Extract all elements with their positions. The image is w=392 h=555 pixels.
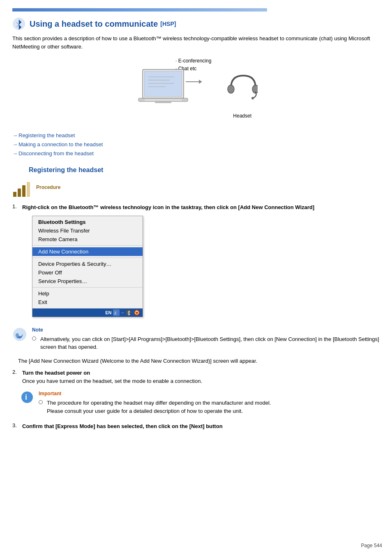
page-title: Using a headset to communicate (30, 19, 158, 29)
intro-text: This section provides a description of h… (12, 35, 380, 51)
svg-point-14 (251, 97, 254, 99)
important-label: Important (39, 391, 271, 396)
step-1-text: Right-click on the Bluetooth™ wireless t… (22, 203, 380, 212)
svg-marker-11 (199, 80, 202, 84)
svg-point-26 (16, 333, 19, 337)
svg-point-12 (228, 85, 234, 93)
section-heading-registering: Registering the headset (29, 166, 380, 174)
svg-text:Z: Z (114, 311, 117, 315)
menu-item-bluetooth-settings: Bluetooth Settings (32, 218, 143, 226)
wizard-text: The [Add New Connection Wizard (Welcome … (12, 357, 380, 365)
nav-link-disconnecting[interactable]: Disconnecting from the headset (12, 149, 380, 158)
step-list-3: 3. Confirm that [Express Mode] has been … (12, 422, 380, 431)
bluetooth-icon (12, 17, 25, 30)
menu-item-remote-camera: Remote Camera (32, 235, 143, 244)
step-list-2: 2. Turn the headset power on Once you ha… (12, 369, 380, 385)
context-menu-screenshot: Bluetooth Settings Wireless File Transfe… (32, 216, 143, 317)
nav-link-connecting[interactable]: Making a connection to the headset (12, 140, 380, 149)
menu-item-wireless-transfer: Wireless File Transfer (32, 226, 143, 235)
bullet-circle-imp (39, 400, 43, 404)
nav-links: Registering the headset Making a connect… (12, 131, 380, 158)
taskbar-en-text: EN (105, 310, 111, 315)
svg-text:i: i (25, 393, 27, 401)
svg-point-13 (252, 85, 258, 93)
note-bullet-1: Alternatively, you can click on [Start]>… (32, 335, 380, 351)
step-2-text: Turn the headset power on Once you have … (22, 369, 380, 385)
menu-item-device-props: Device Properties & Security… (32, 260, 143, 268)
step-2-number: 2. (12, 369, 22, 375)
important-icon: i (21, 391, 34, 404)
top-decorative-bar (12, 8, 267, 12)
step-3-content: Confirm that [Express Mode] has been sel… (22, 422, 380, 431)
taskbar-strip: EN Z – (32, 309, 143, 317)
hsp-badge: [HSP] (160, 21, 176, 27)
svg-point-25 (13, 328, 26, 341)
menu-section-1: Bluetooth Settings Wireless File Transfe… (32, 216, 143, 246)
step-list: 1. Right-click on the Bluetooth™ wireles… (12, 203, 380, 321)
connection-arrow (186, 78, 202, 86)
bullet-circle (32, 336, 36, 341)
step-2: 2. Turn the headset power on Once you ha… (12, 369, 380, 385)
nav-link-registering[interactable]: Registering the headset (12, 131, 380, 140)
menu-section-3: Device Properties & Security… Power Off … (32, 258, 143, 288)
step-1: 1. Right-click on the Bluetooth™ wireles… (12, 203, 380, 321)
taskbar-lang-icon: Z (113, 309, 120, 316)
important-bullet-1-text: The procedure for operating the headset … (47, 399, 271, 415)
svg-rect-15 (13, 192, 16, 197)
important-block: i Important The procedure for operating … (21, 391, 380, 417)
step-3: 3. Confirm that [Express Mode] has been … (12, 422, 380, 431)
note-icon (12, 327, 27, 342)
menu-item-exit: Exit (32, 298, 143, 306)
menu-item-help: Help (32, 289, 143, 298)
diagram-area: · E-conferencing · Chat etc (12, 57, 380, 123)
svg-rect-9 (145, 99, 182, 101)
important-bullet-1: The procedure for operating the headset … (39, 399, 271, 415)
svg-rect-16 (18, 189, 21, 197)
svg-rect-17 (22, 185, 25, 197)
step-2-content: Turn the headset power on Once you have … (22, 369, 380, 385)
diagram: · E-conferencing · Chat etc (126, 57, 266, 123)
important-content: Important The procedure for operating th… (39, 391, 271, 417)
headset-illustration (225, 69, 258, 102)
note-content: Note Alternatively, you can click on [St… (32, 327, 380, 353)
step-3-number: 3. (12, 422, 22, 428)
menu-item-add-connection: Add New Connection (32, 247, 143, 256)
note-label: Note (32, 327, 380, 333)
step-3-text: Confirm that [Express Mode] has been sel… (22, 422, 380, 431)
important-bullet-list: The procedure for operating the headset … (39, 399, 271, 415)
page-number: Page 544 (361, 543, 382, 548)
headset-label: Headset (233, 113, 251, 119)
step-1-content: Right-click on the Bluetooth™ wireless t… (22, 203, 380, 321)
svg-rect-2 (144, 71, 182, 97)
note-bullet-list: Alternatively, you can click on [Start]>… (32, 335, 380, 351)
note-block: Note Alternatively, you can click on [St… (12, 327, 380, 353)
title-row: Using a headset to communicate [HSP] (12, 16, 380, 30)
menu-item-power-off: Power Off (32, 268, 143, 277)
svg-rect-18 (27, 182, 30, 197)
step-1-number: 1. (12, 203, 22, 210)
procedure-label: Procedure (36, 180, 60, 190)
taskbar-bluetooth-icon (125, 309, 132, 316)
procedure-icon (12, 180, 30, 198)
svg-rect-8 (155, 101, 171, 103)
menu-item-service-props: Service Properties… (32, 277, 143, 286)
taskbar-power-icon (134, 309, 140, 316)
laptop-illustration (134, 65, 200, 115)
note-bullet-1-text: Alternatively, you can click on [Start]>… (40, 335, 380, 351)
menu-section-2: Add New Connection (32, 246, 143, 258)
procedure-block: Procedure (12, 180, 380, 198)
menu-section-4: Help Exit (32, 288, 143, 309)
